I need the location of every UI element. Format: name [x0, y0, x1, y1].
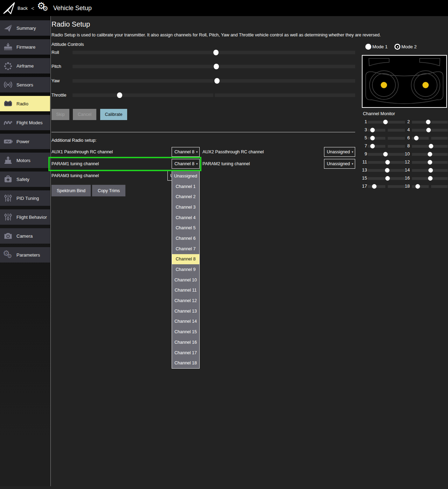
gears-icon: ⚙⚙: [3, 250, 13, 260]
dropdown-option[interactable]: Channel 7: [172, 244, 199, 254]
channel-number: 15: [361, 175, 367, 181]
radio-button-icon[interactable]: [365, 44, 371, 50]
channel-value-dot: [385, 160, 390, 165]
field-label: PARAM3 tuning channel: [51, 171, 99, 181]
channel-value-dot: [370, 136, 375, 140]
channel-monitor-row: 1314: [361, 166, 448, 174]
channel-monitor-row: 1516: [361, 174, 448, 182]
channel-value-dot: [428, 168, 433, 173]
page-title: Radio Setup: [51, 20, 90, 28]
dropdown-option[interactable]: Channel 17: [172, 348, 199, 358]
sidebar-item-camera[interactable]: Camera: [0, 228, 50, 244]
dropdown-option[interactable]: Unassigned: [172, 171, 199, 181]
slider-track[interactable]: [73, 79, 355, 83]
cancel-button[interactable]: Cancel: [73, 109, 96, 120]
sidebar-item-motors[interactable]: Motors: [0, 153, 50, 168]
dropdown-option[interactable]: Channel 2: [172, 191, 199, 202]
app-logo-paper-plane-icon[interactable]: [2, 1, 16, 15]
dropdown-option[interactable]: Channel 13: [172, 306, 199, 316]
slider-knob[interactable]: [117, 92, 122, 98]
dropdown-option[interactable]: Channel 12: [172, 295, 199, 306]
transmitter-mode-radios: Mode 1Mode 2: [365, 44, 448, 51]
slider-knob[interactable]: [214, 78, 220, 84]
chevron-down-icon: ▾: [352, 162, 353, 166]
sidebar-item-label: Parameters: [16, 252, 40, 258]
calibrate-button[interactable]: Calibrate: [100, 109, 127, 120]
slider-knob[interactable]: [213, 50, 219, 55]
dropdown-option[interactable]: Channel 16: [172, 337, 199, 348]
dropdown-option[interactable]: Channel 11: [172, 285, 199, 296]
dropdown-option[interactable]: Channel 15: [172, 327, 199, 337]
skip-button[interactable]: Skip: [51, 109, 69, 120]
sidebar-item-flight-modes[interactable]: Flight Modes: [0, 115, 50, 130]
page-header-title: Vehicle Setup: [53, 5, 92, 12]
sidebar-item-parameters[interactable]: ⚙⚙Parameters: [0, 247, 50, 263]
channel-combo-box[interactable]: Unassigned▾: [324, 147, 355, 157]
dropdown-option[interactable]: Channel 8: [172, 254, 199, 265]
back-button[interactable]: Back: [18, 6, 28, 11]
mode-radio-1[interactable]: Mode 1: [365, 44, 387, 50]
copy-trims-button[interactable]: Copy Trims: [92, 185, 125, 196]
channel-number: 1: [361, 119, 367, 124]
breadcrumb-separator: <: [31, 5, 34, 11]
sidebar-item-airframe[interactable]: Airframe: [0, 58, 50, 74]
channel-dropdown-list: UnassignedChannel 1Channel 2Channel 3Cha…: [172, 170, 200, 369]
channel-monitor-row: 1718: [361, 182, 448, 190]
channel-value-dot: [428, 152, 432, 156]
dropdown-option[interactable]: Channel 18: [172, 358, 199, 368]
slider-track[interactable]: [73, 51, 355, 54]
channel-value-dot: [429, 144, 433, 148]
sidebar-item-label: Radio: [16, 101, 28, 106]
dropdown-option[interactable]: Channel 5: [172, 223, 199, 233]
channel-value-dot: [414, 136, 419, 140]
channel-combo-box[interactable]: Channel 8▾: [172, 159, 200, 169]
channel-number: 9: [361, 151, 367, 156]
combo-value: Channel 8: [174, 161, 194, 166]
section-divider: [51, 132, 355, 132]
slider-knob[interactable]: [214, 64, 219, 69]
sidebar-item-sensors[interactable]: Sensors: [0, 77, 50, 92]
attitude-slider-row-yaw: Yaw: [51, 78, 356, 84]
channel-value-dot: [426, 128, 431, 132]
channel-number: 3: [361, 127, 367, 132]
channel-monitor-row: 78: [361, 142, 448, 150]
dropdown-option[interactable]: Channel 1: [172, 181, 199, 192]
chevron-down-icon: ▾: [352, 150, 353, 154]
channel-value-dot: [385, 168, 390, 173]
attitude-controls-heading: Attitude Controls: [51, 42, 84, 47]
sidebar-item-flight-behavior[interactable]: Flight Behavior: [0, 209, 50, 225]
dropdown-option[interactable]: Channel 9: [172, 264, 199, 275]
mode-radio-2[interactable]: Mode 2: [394, 44, 416, 50]
sidebar-item-pid-tuning[interactable]: PID Tuning: [0, 190, 50, 206]
channel-monitor-row: 34: [361, 126, 448, 134]
channel-monitor-row: 1112: [361, 158, 448, 166]
sidebar-item-power[interactable]: Power: [0, 134, 50, 149]
slider-label: Pitch: [51, 64, 61, 69]
sidebar-item-label: Power: [16, 139, 29, 144]
dropdown-option[interactable]: Channel 4: [172, 212, 199, 223]
vehicle-setup-gears-icon: ⚙⚙: [37, 2, 50, 14]
channel-number: 18: [404, 183, 410, 189]
field-label: AUX2 Passthrough RC channel: [202, 147, 264, 157]
combo-value: Channel 8: [174, 149, 194, 154]
sidebar-item-safety[interactable]: Safety: [0, 172, 50, 187]
channel-value-dot: [426, 120, 430, 124]
channel-value-dot: [415, 184, 420, 189]
dropdown-option[interactable]: Channel 14: [172, 316, 199, 327]
spektrum-bind-button[interactable]: Spektrum Bind: [51, 185, 91, 196]
paper-plane-icon: [3, 23, 13, 33]
sidebar-item-radio[interactable]: Radio: [0, 96, 50, 111]
dropdown-option[interactable]: Channel 6: [172, 233, 199, 244]
dropdown-option[interactable]: Channel 10: [172, 275, 199, 285]
attitude-slider-row-throttle: Throttle: [51, 92, 356, 98]
dropdown-option[interactable]: Channel 3: [172, 202, 199, 212]
slider-track[interactable]: [73, 93, 355, 97]
channel-combo-box[interactable]: Channel 8▾: [172, 147, 200, 157]
sidebar-item-summary[interactable]: Summary: [0, 20, 50, 36]
sidebar-item-firmware[interactable]: Firmware: [0, 39, 50, 55]
channel-combo-box[interactable]: Unassigned▾: [324, 159, 355, 169]
chevron-down-icon: ▾: [196, 162, 198, 166]
sidebar-item-label: Safety: [16, 177, 29, 182]
slider-track[interactable]: [73, 65, 355, 68]
radio-button-icon[interactable]: [394, 44, 400, 50]
